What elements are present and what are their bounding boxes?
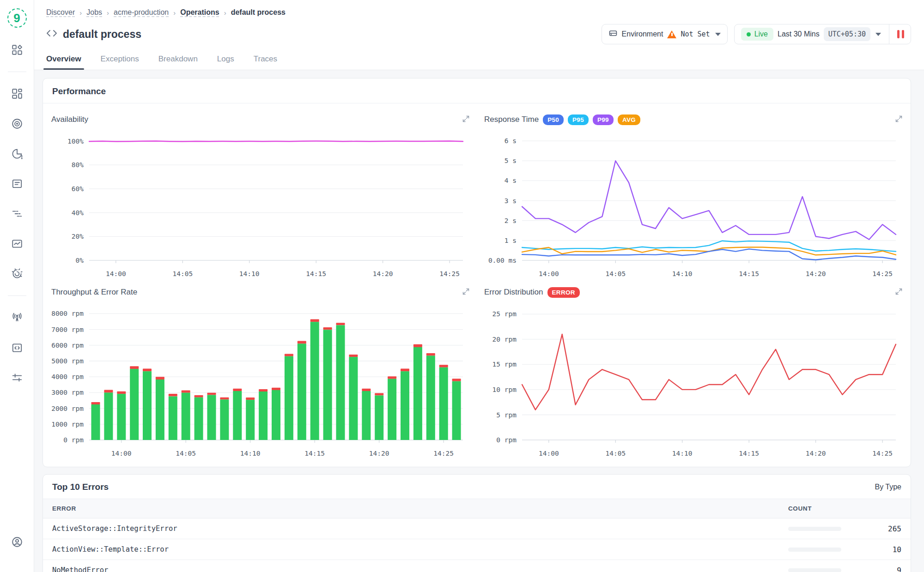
by-type-filter[interactable]: By Type	[875, 483, 901, 491]
count-bar	[788, 568, 841, 572]
main-area: Discover › Jobs › acme-production › Oper…	[34, 0, 924, 572]
tab-exceptions[interactable]: Exceptions	[101, 54, 139, 70]
code-brackets-icon	[46, 28, 57, 41]
dashboards-icon[interactable]	[8, 84, 26, 103]
top-errors-title: Top 10 Errors	[52, 482, 109, 492]
breadcrumb-separator: ›	[79, 9, 82, 17]
alerts-icon[interactable]	[8, 145, 26, 163]
timezone-badge[interactable]: UTC+05:30	[824, 27, 870, 41]
svg-text:7000 rpm: 7000 rpm	[51, 326, 84, 333]
environment-status: Not Set	[681, 30, 710, 38]
breadcrumb-item-discover[interactable]: Discover	[46, 8, 75, 17]
error-distribution-chart[interactable]: 0 rpm5 rpm10 rpm15 rpm20 rpm25 rpm14:001…	[484, 300, 902, 459]
title-row: default process Environment Not Set	[46, 24, 911, 44]
throughput-chart-title: Throughput & Error Rate	[51, 288, 137, 297]
svg-text:40%: 40%	[72, 209, 84, 217]
svg-text:2000 rpm: 2000 rpm	[51, 405, 84, 412]
live-dot-icon	[747, 32, 751, 36]
sidebar: 9	[0, 0, 34, 572]
tab-traces[interactable]: Traces	[254, 54, 277, 70]
p50-badge[interactable]: P50	[543, 114, 564, 125]
svg-text:4000 rpm: 4000 rpm	[51, 373, 84, 380]
svg-text:14:10: 14:10	[240, 450, 261, 457]
title-controls: Environment Not Set Live Last 30 Mins UT…	[602, 24, 911, 44]
top-errors-card: Top 10 Errors By Type ERROR COUNT Active…	[43, 474, 911, 572]
brand-logo[interactable]: 9	[7, 8, 27, 28]
svg-text:0 rpm: 0 rpm	[63, 436, 84, 444]
environment-icon	[608, 29, 618, 40]
chevron-down-icon[interactable]	[875, 33, 881, 36]
p95-badge[interactable]: P95	[568, 114, 589, 125]
expand-icon[interactable]	[895, 288, 902, 297]
brand-logo-glyph: 9	[13, 11, 20, 25]
code-box-icon[interactable]	[8, 338, 26, 357]
svg-text:14:05: 14:05	[605, 270, 626, 277]
svg-text:0%: 0%	[76, 257, 84, 264]
breadcrumb-separator: ›	[173, 9, 176, 17]
svg-text:100%: 100%	[67, 138, 84, 145]
svg-text:14:15: 14:15	[739, 450, 759, 457]
account-icon[interactable]	[8, 533, 26, 551]
count-bar	[788, 527, 841, 531]
throughput-chart-panel: Throughput & Error Rate 0 rpm1000 rpm200…	[50, 283, 470, 462]
svg-text:5 rpm: 5 rpm	[496, 411, 517, 419]
table-row[interactable]: ActionView::Template::Error 10	[43, 539, 911, 560]
tab-logs[interactable]: Logs	[217, 54, 234, 70]
expand-icon[interactable]	[462, 288, 469, 297]
expand-icon[interactable]	[895, 115, 902, 124]
table-row[interactable]: NoMethodError 9	[43, 560, 911, 572]
breadcrumb-item-app[interactable]: acme-production	[114, 8, 169, 17]
pause-button[interactable]	[894, 30, 907, 38]
svg-text:4 s: 4 s	[505, 177, 517, 184]
tab-breakdown[interactable]: Breakdown	[158, 54, 198, 70]
errors-table-header: ERROR COUNT	[43, 499, 911, 518]
svg-text:14:20: 14:20	[373, 270, 393, 277]
availability-chart-title: Availability	[51, 115, 88, 124]
charts-grid: Availability 0%20%40%60%80%100%14:0014:0…	[43, 103, 911, 467]
svg-text:14:25: 14:25	[439, 270, 460, 277]
throughput-chart[interactable]: 0 rpm1000 rpm2000 rpm3000 rpm4000 rpm500…	[51, 300, 469, 459]
topbar: Discover › Jobs › acme-production › Oper…	[34, 0, 924, 70]
svg-text:14:00: 14:00	[111, 450, 132, 457]
svg-text:2 s: 2 s	[505, 217, 517, 224]
svg-text:14:25: 14:25	[872, 270, 893, 277]
svg-text:14:25: 14:25	[872, 450, 893, 457]
svg-text:1 s: 1 s	[505, 237, 517, 244]
error-distribution-chart-panel: Error Distribution ERROR 0 rpm5 rpm10 rp…	[483, 283, 903, 462]
breadcrumb-item-jobs[interactable]: Jobs	[86, 8, 102, 17]
error-badge[interactable]: ERROR	[547, 287, 580, 298]
monitors-icon[interactable]	[8, 114, 26, 133]
svg-text:14:10: 14:10	[239, 270, 260, 277]
avg-badge[interactable]: AVG	[618, 114, 640, 125]
logs-icon[interactable]	[8, 175, 26, 193]
grafana-icon[interactable]	[8, 265, 26, 283]
tab-overview[interactable]: Overview	[46, 54, 81, 70]
time-range-label[interactable]: Last 30 Mins	[778, 30, 820, 38]
svg-text:14:15: 14:15	[739, 270, 759, 277]
page-title: default process	[63, 28, 141, 41]
live-badge[interactable]: Live	[741, 28, 773, 41]
svg-text:15 rpm: 15 rpm	[492, 361, 517, 368]
breadcrumb-item-operations[interactable]: Operations	[180, 8, 219, 17]
metrics-icon[interactable]	[8, 235, 26, 253]
availability-chart[interactable]: 0%20%40%60%80%100%14:0014:0514:1014:1514…	[51, 127, 469, 280]
svg-text:14:05: 14:05	[176, 450, 196, 457]
breadcrumb-item-current: default process	[231, 8, 286, 17]
table-row[interactable]: ActiveStorage::IntegrityError 265	[43, 518, 911, 539]
traces-icon[interactable]	[8, 205, 26, 223]
response-time-chart[interactable]: 0.00 ms1 s2 s3 s4 s5 s6 s14:0014:0514:10…	[484, 127, 902, 280]
expand-icon[interactable]	[462, 115, 469, 124]
error-name: ActiveStorage::IntegrityError	[52, 524, 788, 533]
p99-badge[interactable]: P99	[593, 114, 614, 125]
svg-text:3000 rpm: 3000 rpm	[51, 389, 84, 396]
breadcrumb: Discover › Jobs › acme-production › Oper…	[46, 8, 911, 17]
environment-selector[interactable]: Environment Not Set	[602, 24, 728, 44]
count-column-header: COUNT	[788, 505, 901, 512]
svg-text:25 rpm: 25 rpm	[492, 310, 517, 318]
apps-icon[interactable]	[8, 41, 26, 59]
svg-text:0.00 ms: 0.00 ms	[488, 257, 517, 264]
tuning-icon[interactable]	[8, 368, 26, 387]
svg-text:3 s: 3 s	[505, 197, 517, 205]
broadcast-icon[interactable]	[8, 308, 26, 327]
svg-text:60%: 60%	[72, 185, 84, 193]
